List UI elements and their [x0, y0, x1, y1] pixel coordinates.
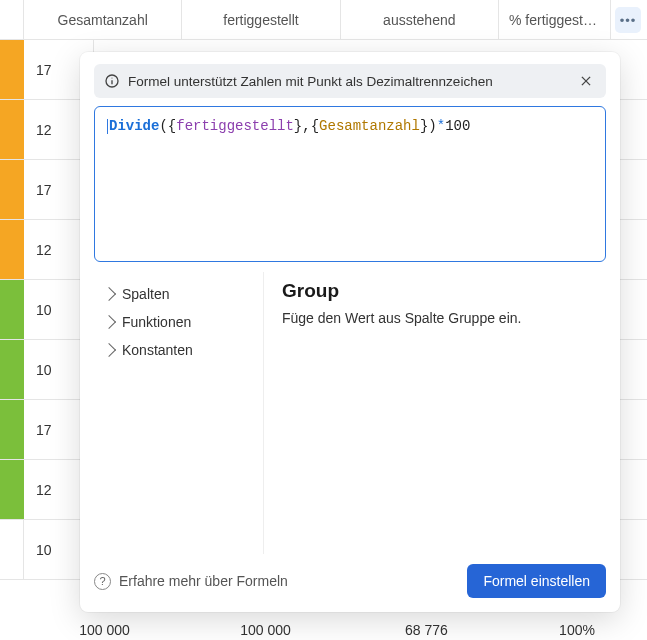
- tree-label: Konstanten: [122, 342, 193, 358]
- learn-more-link[interactable]: ? Erfahre mehr über Formeln: [94, 573, 288, 590]
- column-options-button[interactable]: •••: [615, 7, 641, 33]
- tree-label: Funktionen: [122, 314, 191, 330]
- total-ausstehend: 68 776: [346, 614, 507, 638]
- dots-icon: •••: [620, 14, 637, 27]
- total-pct: 100%: [507, 614, 647, 638]
- header-fertiggestellt[interactable]: fertiggestellt: [182, 0, 340, 39]
- help-icon: ?: [94, 573, 111, 590]
- info-icon: [104, 73, 120, 89]
- tree-columns[interactable]: Spalten: [96, 280, 259, 308]
- chevron-right-icon: [102, 343, 116, 357]
- chevron-right-icon: [102, 287, 116, 301]
- svg-point-2: [111, 77, 112, 78]
- header-ausstehend[interactable]: ausstehend: [341, 0, 499, 39]
- tree-functions[interactable]: Funktionen: [96, 308, 259, 336]
- close-button[interactable]: [576, 71, 596, 91]
- info-text: Formel unterstützt Zahlen mit Punkt als …: [128, 74, 493, 89]
- reference-tree: Spalten Funktionen Konstanten: [94, 272, 264, 554]
- column-headers: Gesamtanzahl fertiggestellt ausstehend %…: [0, 0, 647, 40]
- info-bar: Formel unterstützt Zahlen mit Punkt als …: [94, 64, 606, 98]
- total-gesamtanzahl: 100 000: [24, 614, 185, 638]
- header-gesamtanzahl[interactable]: Gesamtanzahl: [24, 0, 182, 39]
- header-pct-fertiggestellt[interactable]: % fertiggest…: [499, 0, 611, 39]
- detail-title: Group: [282, 280, 521, 302]
- formula-popover: Formel unterstützt Zahlen mit Punkt als …: [80, 52, 620, 612]
- totals-row: 100 000 100 000 68 776 100%: [0, 614, 647, 638]
- apply-formula-button[interactable]: Formel einstellen: [467, 564, 606, 598]
- detail-desc: Füge den Wert aus Spalte Gruppe ein.: [282, 310, 521, 326]
- tree-constants[interactable]: Konstanten: [96, 336, 259, 364]
- total-fertiggestellt: 100 000: [185, 614, 346, 638]
- reference-detail: Group Füge den Wert aus Spalte Gruppe ei…: [264, 272, 525, 554]
- formula-editor[interactable]: Divide({fertiggestellt},{Gesamtanzahl})*…: [94, 106, 606, 262]
- chevron-right-icon: [102, 315, 116, 329]
- close-icon: [579, 74, 593, 88]
- tree-label: Spalten: [122, 286, 169, 302]
- learn-more-label: Erfahre mehr über Formeln: [119, 573, 288, 589]
